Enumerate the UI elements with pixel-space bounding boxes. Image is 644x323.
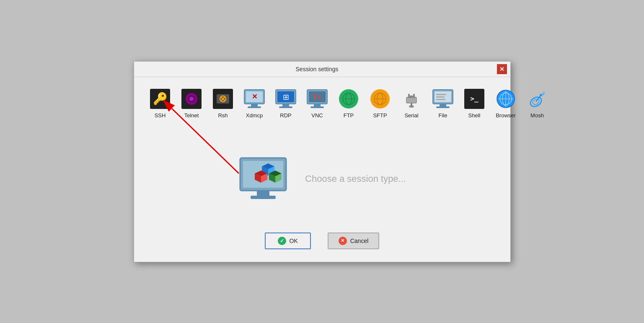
ssh-icon-box: 🔑 <box>149 88 171 110</box>
serial-icon-box <box>401 88 422 110</box>
ssh-icon: 🔑 <box>150 89 170 109</box>
svg-rect-58 <box>251 196 276 199</box>
svg-point-2 <box>189 97 194 101</box>
shell-icon: >_ <box>464 89 484 109</box>
svg-text:⊞: ⊞ <box>283 93 289 101</box>
rsh-label: Rsh <box>218 112 228 119</box>
session-type-xdmcp[interactable]: ✕ Xdmcp <box>241 85 268 121</box>
xdmcp-icon-box: ✕ <box>243 88 265 110</box>
svg-rect-57 <box>257 191 269 196</box>
file-icon <box>432 89 454 109</box>
session-type-serial[interactable]: Serial <box>398 85 425 121</box>
title-bar: Session settings ✕ <box>134 62 510 77</box>
session-type-ftp[interactable]: FTP <box>335 85 362 121</box>
file-icon-box <box>432 88 454 110</box>
session-type-ssh[interactable]: 🔑 SSH <box>147 85 174 121</box>
svg-rect-33 <box>410 96 413 98</box>
svg-rect-38 <box>436 94 446 95</box>
serial-icon <box>402 90 421 108</box>
svg-rect-31 <box>408 94 410 98</box>
ok-label: OK <box>290 238 298 244</box>
svg-rect-39 <box>436 96 445 98</box>
session-type-vnc[interactable]: Vc VNC <box>304 85 331 121</box>
browser-icon-box <box>495 88 517 110</box>
vnc-icon-box: Vc <box>306 88 328 110</box>
ftp-icon-box <box>338 88 360 110</box>
close-button[interactable]: ✕ <box>497 64 507 74</box>
mosh-icon-box <box>526 88 548 110</box>
svg-text:Vc: Vc <box>312 92 322 101</box>
dialog-title: Session settings <box>137 66 497 72</box>
browser-icon <box>496 89 515 109</box>
sftp-label: SFTP <box>373 112 387 119</box>
svg-rect-30 <box>406 97 416 103</box>
sftp-icon <box>370 89 390 109</box>
cancel-x-icon: ✕ <box>339 237 347 245</box>
svg-point-35 <box>409 105 414 108</box>
svg-rect-10 <box>251 104 258 106</box>
shell-icon-box: >_ <box>463 88 485 110</box>
svg-rect-41 <box>440 104 446 106</box>
telnet-label: Telnet <box>184 112 199 119</box>
rsh-icon <box>213 89 233 109</box>
svg-rect-16 <box>279 106 292 108</box>
dialog-footer: ✓ OK ✕ Cancel <box>134 224 510 262</box>
svg-rect-15 <box>282 104 289 106</box>
session-type-mosh[interactable]: Mosh <box>524 85 551 121</box>
svg-rect-40 <box>436 99 445 100</box>
ftp-label: FTP <box>344 112 354 119</box>
session-type-browser[interactable]: Browser <box>492 85 520 121</box>
svg-rect-21 <box>310 106 324 108</box>
svg-rect-42 <box>436 106 450 108</box>
rdp-icon: ⊞ <box>275 89 297 109</box>
shell-label: Shell <box>468 112 481 119</box>
rdp-icon-box: ⊞ <box>275 88 297 110</box>
placeholder-monitor-icon <box>238 156 292 202</box>
telnet-icon-box <box>181 88 202 110</box>
session-type-file[interactable]: File <box>429 85 457 121</box>
session-type-shell[interactable]: >_ Shell <box>461 85 488 121</box>
cancel-label: Cancel <box>350 238 369 244</box>
svg-rect-11 <box>248 106 261 108</box>
svg-point-52 <box>540 94 542 96</box>
svg-rect-20 <box>314 104 321 106</box>
placeholder-illustration <box>238 156 292 202</box>
session-type-rsh[interactable]: Rsh <box>209 85 237 121</box>
session-type-sftp[interactable]: SFTP <box>367 85 394 121</box>
serial-label: Serial <box>404 112 418 119</box>
session-placeholder: Choose a session type... <box>147 142 498 216</box>
session-type-telnet[interactable]: Telnet <box>178 85 205 121</box>
svg-rect-32 <box>413 94 415 98</box>
browser-label: Browser <box>496 112 516 119</box>
session-settings-dialog: Session settings ✕ 🔑 SSH <box>134 61 511 262</box>
vnc-label: VNC <box>311 112 323 119</box>
rsh-icon-box <box>212 88 234 110</box>
svg-text:✕: ✕ <box>252 93 257 100</box>
mosh-label: Mosh <box>530 112 544 119</box>
ok-check-icon: ✓ <box>278 237 286 245</box>
dialog-body: 🔑 SSH Telnet <box>134 77 510 224</box>
cancel-button[interactable]: ✕ Cancel <box>328 233 380 249</box>
vnc-icon: Vc <box>306 89 328 109</box>
rdp-label: RDP <box>280 112 291 119</box>
ok-button[interactable]: ✓ OK <box>265 233 311 249</box>
xdmcp-label: Xdmcp <box>246 112 263 119</box>
telnet-icon <box>181 89 202 109</box>
ftp-icon <box>339 89 358 109</box>
mosh-icon <box>528 89 547 109</box>
sftp-icon-box <box>369 88 391 110</box>
placeholder-text: Choose a session type... <box>305 173 406 184</box>
session-type-rdp[interactable]: ⊞ RDP <box>272 85 300 121</box>
session-type-icons: 🔑 SSH Telnet <box>147 85 498 121</box>
xdmcp-icon: ✕ <box>243 89 265 109</box>
file-label: File <box>439 112 447 119</box>
ssh-label: SSH <box>155 112 166 119</box>
